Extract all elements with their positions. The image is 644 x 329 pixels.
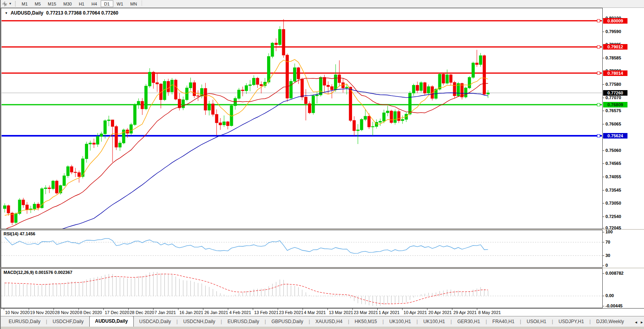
timeframe-button-h4[interactable]: H4: [88, 0, 100, 7]
price-tick-label: 0.74565: [605, 161, 621, 166]
collapse-triangle-icon[interactable]: ▼: [5, 11, 8, 15]
date-axis-label: 23 Feb 2021: [279, 310, 303, 315]
price-tick-label: 0.76065: [605, 122, 621, 126]
rsi-tick-label: 0: [605, 263, 608, 268]
tab-usdcad-daily[interactable]: USDCAD,Daily: [134, 317, 177, 327]
date-axis-label: 19 Nov 2020: [30, 310, 54, 315]
tab-gbpusd-daily[interactable]: GBPUSD,Daily: [266, 317, 309, 327]
macd-panel[interactable]: [1, 268, 603, 308]
current-price-label: 0.77260: [603, 90, 627, 96]
tab-scroll-right-icon[interactable]: ►: [640, 320, 644, 324]
timeframe-button-m15[interactable]: M15: [44, 0, 60, 7]
macd-indicator-label: MACD(12,26,9) 0.001576 0.002367: [4, 270, 72, 275]
date-axis-label: 29 Apr 2021: [453, 310, 476, 315]
tab-eurusd-daily[interactable]: EURUSD,Daily: [3, 317, 46, 327]
date-axis-label: 1 Apr 2021: [379, 310, 400, 315]
timeframe-button-h1[interactable]: H1: [75, 0, 88, 7]
tab-usdchf-daily[interactable]: USDCHF,Daily: [47, 317, 89, 327]
tab-scroll-arrows: ◄ ►: [634, 320, 644, 324]
date-axis-label: 13 Feb 2021: [254, 310, 279, 315]
toolbar-separator: [142, 0, 142, 6]
tab-usdjpy-h1[interactable]: USDJPY,H1: [553, 317, 589, 327]
tab-xauusd-h4[interactable]: XAUUSD,H4: [310, 317, 348, 327]
crosshair-tool-icon[interactable]: [1, 1, 9, 7]
toolbar-drag-handle[interactable]: [15, 1, 16, 7]
price-tick-label: 0.76575: [605, 108, 621, 113]
date-axis-label: 4 Mar 2021: [304, 310, 326, 315]
window-bottom-edge: [1, 327, 644, 329]
date-axis-label: 4 Feb 2021: [229, 310, 251, 315]
date-axis-label: 13 Mar 2021: [329, 310, 353, 315]
chart-symbol-label: AUDUSD,Daily: [11, 10, 43, 16]
panel-separator[interactable]: [1, 268, 644, 268]
tab-usdcnh-daily[interactable]: USDCNH,Daily: [178, 317, 221, 327]
tab-usoil-h1[interactable]: USOil,H1: [521, 317, 552, 327]
date-axis-label: 26 Jan 2021: [204, 310, 228, 315]
tab-hk50-m15[interactable]: HK50,M15: [349, 317, 383, 327]
hline-price-label[interactable]: 0.79012: [603, 44, 627, 50]
date-axis-label: 20 Apr 2021: [428, 310, 452, 315]
date-axis-label: 8 May 2021: [478, 310, 501, 315]
date-axis-label: 17 Dec 2020: [105, 310, 129, 315]
date-axis-label: 28 Nov 2020: [55, 310, 79, 315]
tab-fra40-h1[interactable]: FRA40,H1: [487, 317, 520, 327]
date-axis-label: 23 Mar 2021: [354, 310, 378, 315]
date-axis-label: 10 Nov 2020: [5, 310, 30, 315]
date-axis-label: 7 Jan 2021: [155, 310, 176, 315]
date-axis: 10 Nov 202019 Nov 202028 Nov 20208 Dec 2…: [1, 308, 644, 316]
tab-uk100-h1[interactable]: UK100,H1: [384, 317, 416, 327]
price-tick-label: 0.72540: [605, 214, 621, 219]
timeframe-button-m1[interactable]: M1: [18, 0, 31, 7]
chart-tabs: EURUSD,Daily|USDCHF,DailyAUDUSD,DailyUSD…: [1, 316, 627, 327]
panel-separator[interactable]: [1, 229, 644, 230]
date-axis-label: 28 Dec 2020: [130, 310, 154, 315]
chart-tabs-bar: EURUSD,Daily|USDCHF,DailyAUDUSD,DailyUSD…: [1, 316, 644, 327]
timeframe-button-m5[interactable]: M5: [31, 0, 44, 7]
rsi-panel[interactable]: [1, 230, 603, 268]
timeframe-button-w1[interactable]: W1: [113, 0, 127, 7]
macd-tick-label: 0.00: [605, 293, 614, 298]
price-axis: 0.801000.795900.790850.785850.780900.775…: [603, 8, 644, 308]
price-tick-label: 0.75060: [605, 148, 621, 153]
tab-dj30-weekly[interactable]: DJ30,Weekly: [590, 317, 627, 327]
price-tick-label: 0.73545: [605, 188, 621, 192]
price-tick-label: 0.77070: [605, 95, 621, 100]
macd-tick-label: -0.00445: [605, 303, 622, 308]
tab-eurusd-daily[interactable]: EURUSD,Daily: [222, 317, 265, 327]
timeframe-button-mn[interactable]: MN: [127, 0, 140, 7]
chart-title: ▼ AUDUSD,Daily 0.77213 0.77368 0.77064 0…: [5, 10, 118, 16]
crosshair-glyph: [2, 1, 7, 7]
hline-price-label[interactable]: 0.76809: [603, 102, 627, 107]
hline-price-label[interactable]: 0.75624: [603, 133, 627, 139]
hline-price-label[interactable]: 0.78014: [603, 70, 627, 76]
mt4-window: ▼ M1M5M15M30H1H4D1W1MN 0.801000.795900.7…: [0, 0, 644, 329]
rsi-indicator-label: RSI(14) 47.1456: [4, 231, 35, 236]
tab-scroll-left-icon[interactable]: ◄: [634, 320, 638, 324]
date-axis-label: 10 Apr 2021: [404, 310, 427, 315]
macd-tick-label: 0.008782: [605, 271, 624, 275]
price-tick-label: 0.79590: [605, 29, 621, 34]
date-axis-label: 8 Dec 2020: [80, 310, 102, 315]
timeframe-toolbar: M1M5M15M30H1H4D1W1MN: [18, 0, 143, 7]
tab-audusd-daily[interactable]: AUDUSD,Daily: [89, 316, 134, 327]
price-tick-label: 0.74055: [605, 174, 621, 179]
chart-ohlc-values: 0.77213 0.77368 0.77064 0.77260: [46, 10, 118, 16]
tab-uk100-h1[interactable]: UK100,H1: [418, 317, 450, 327]
rsi-tick-label: 70: [605, 240, 610, 244]
timeframe-button-d1[interactable]: D1: [101, 0, 113, 7]
price-tick-label: 0.73050: [605, 201, 621, 205]
rsi-tick-label: 100: [605, 229, 613, 234]
hline-price-label[interactable]: 0.80009: [603, 18, 627, 24]
dropdown-caret-icon[interactable]: ▼: [9, 2, 13, 6]
tab-ger30-h1[interactable]: GER30,H1: [452, 317, 485, 327]
rsi-tick-label: 30: [605, 253, 610, 258]
price-tick-label: 0.78585: [605, 55, 621, 60]
price-chart-panel[interactable]: [1, 8, 603, 229]
date-axis-label: 16 Jan 2021: [179, 310, 203, 315]
timeframe-button-m30[interactable]: M30: [60, 0, 75, 7]
toolbar: ▼ M1M5M15M30H1H4D1W1MN: [1, 0, 644, 8]
price-tick-label: 0.77580: [605, 82, 621, 87]
